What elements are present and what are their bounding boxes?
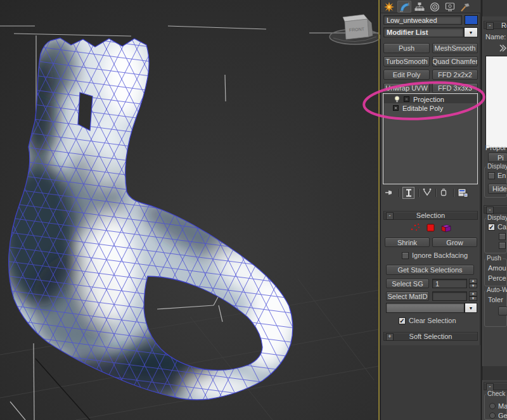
select-matid-button[interactable]: Select MatID bbox=[386, 291, 429, 301]
tab-hierarchy[interactable] bbox=[413, 1, 427, 13]
select-sg-value-field[interactable]: 1 bbox=[432, 279, 467, 288]
grow-button[interactable]: Grow bbox=[432, 238, 477, 247]
modifier-box-icon bbox=[393, 105, 399, 111]
autowrap-group-label: Auto-W bbox=[485, 286, 507, 293]
remove-modifier-icon[interactable] bbox=[439, 188, 449, 198]
reference-geometry-rollout-header[interactable]: - Re bbox=[484, 21, 507, 29]
push-group-label: Push bbox=[485, 255, 503, 262]
command-panel-tabbar bbox=[381, 0, 480, 13]
stack-item-editable-poly[interactable]: Editable Poly bbox=[384, 104, 477, 112]
subobject-level-icons bbox=[410, 222, 461, 232]
radio-option-1-label: Ma bbox=[498, 402, 507, 410]
modifier-list-arrow[interactable]: ▼ bbox=[464, 27, 478, 37]
tab-create[interactable] bbox=[382, 1, 396, 13]
panel-empty-area bbox=[381, 345, 480, 420]
pick-arrow-icon[interactable] bbox=[499, 44, 506, 53]
modifier-button-turbosmooth[interactable]: TurboSmooth bbox=[383, 56, 430, 67]
show-end-result-icon[interactable] bbox=[402, 187, 414, 199]
select-matid-spinner[interactable]: ▲▼ bbox=[469, 291, 477, 301]
modifier-list-dropdown[interactable]: Modifier List bbox=[383, 27, 464, 37]
modifier-button-editpoly[interactable]: Edit Poly bbox=[383, 70, 430, 80]
autowrap-small-button[interactable] bbox=[498, 307, 507, 315]
pin-stack-icon[interactable] bbox=[385, 188, 395, 198]
ignore-backfacing-label: Ignore Backfacing bbox=[412, 251, 468, 259]
cage-checkbox[interactable]: ✓ bbox=[488, 224, 495, 231]
tolerance-label: Toler bbox=[488, 296, 503, 303]
modifier-stack-list[interactable]: Projection Editable Poly bbox=[383, 93, 478, 184]
select-sg-button[interactable]: Select SG bbox=[386, 279, 429, 288]
modifier-button-push[interactable]: Push bbox=[383, 43, 430, 53]
configure-modifier-sets-icon[interactable] bbox=[458, 188, 468, 198]
collapse-minus-icon[interactable]: - bbox=[486, 207, 494, 214]
pick-button[interactable]: Pi bbox=[488, 153, 507, 162]
rollout-gap bbox=[482, 366, 507, 380]
get-stack-selections-button[interactable]: Get Stack Selections bbox=[386, 265, 474, 275]
face-icon[interactable] bbox=[427, 224, 435, 232]
clear-selection-checkbox[interactable]: ✓ bbox=[399, 317, 406, 324]
motion-icon bbox=[430, 2, 440, 12]
vertex-icon[interactable] bbox=[410, 223, 421, 232]
expand-plus-icon[interactable]: + bbox=[386, 333, 394, 341]
enable-checkbox[interactable] bbox=[488, 172, 495, 179]
modifier-button-ffd3x3x3[interactable]: FFD 3x3x3 bbox=[432, 83, 478, 93]
stack-item-projection[interactable]: Projection bbox=[384, 95, 477, 103]
select-matid-value-field[interactable] bbox=[432, 291, 467, 301]
soft-selection-title: Soft Selection bbox=[409, 333, 452, 340]
ignore-backfacing-checkbox[interactable] bbox=[402, 252, 409, 259]
collapse-minus-icon[interactable]: - bbox=[486, 22, 494, 30]
named-selection-dropdown[interactable] bbox=[386, 303, 465, 313]
collapse-minus-icon[interactable]: - bbox=[386, 212, 394, 220]
create-starburst-icon bbox=[384, 2, 394, 12]
rollout-title-fragment: Re bbox=[501, 22, 507, 29]
soft-selection-rollout-header[interactable]: + Soft Selection bbox=[383, 332, 478, 341]
stack-item-label: Projection bbox=[413, 96, 444, 103]
extra-checkbox[interactable] bbox=[499, 242, 506, 249]
hide-button[interactable]: Hide bbox=[488, 184, 507, 194]
command-panel: Low_untweaked Modifier List ▼ Push MeshS… bbox=[380, 0, 480, 420]
shaded-checkbox[interactable] bbox=[499, 233, 506, 240]
selection-rollout-title: Selection bbox=[416, 212, 445, 219]
modifier-button-ffd2x2x2[interactable]: FFD 2x2x2 bbox=[432, 70, 478, 80]
element-icon[interactable] bbox=[440, 223, 452, 232]
cage-display-group-label: Display bbox=[486, 214, 507, 221]
modifier-button-quadchamfer[interactable]: Quad Chamfer bbox=[432, 56, 478, 67]
display-monitor-icon bbox=[445, 2, 455, 12]
modifier-button-meshsmooth[interactable]: MeshSmooth bbox=[432, 43, 478, 53]
radio-option-2-label: Ge bbox=[498, 412, 507, 419]
modifier-button-unwrapuvw[interactable]: Unwrap UVW bbox=[383, 83, 430, 93]
modify-arc-icon bbox=[399, 2, 409, 12]
radio-option-1[interactable] bbox=[489, 403, 496, 409]
cage-label: Ca bbox=[497, 223, 506, 231]
named-selection-arrow[interactable]: ▼ bbox=[465, 303, 477, 313]
object-name-field[interactable]: Low_untweaked bbox=[383, 15, 462, 25]
select-sg-spinner[interactable]: ▲▼ bbox=[469, 279, 477, 288]
tab-display[interactable] bbox=[443, 1, 457, 13]
radio-option-2[interactable] bbox=[489, 412, 496, 419]
tab-motion[interactable] bbox=[428, 1, 442, 13]
active-viewport-border bbox=[378, 0, 380, 420]
stack-toolbar bbox=[383, 187, 478, 198]
tab-utilities[interactable] bbox=[458, 1, 472, 13]
push-groupbox bbox=[484, 258, 507, 286]
proportions-label: Propor bbox=[485, 144, 506, 151]
side-panel-column: - Re Name: Propor Pi Display En Hide - D… bbox=[482, 0, 507, 420]
modifier-box-icon bbox=[404, 96, 409, 102]
display-group-label: Display bbox=[486, 163, 507, 170]
side-panel-top-strip bbox=[482, 0, 507, 16]
clear-selection-label: Clear Selection bbox=[409, 317, 456, 324]
object-color-swatch[interactable] bbox=[465, 15, 478, 25]
lightbulb-icon[interactable] bbox=[394, 96, 401, 103]
tab-modify[interactable] bbox=[397, 1, 411, 13]
utilities-hammer-icon bbox=[460, 2, 470, 12]
shrink-button[interactable]: Shrink bbox=[385, 238, 430, 247]
cage-rollout-header[interactable]: - bbox=[484, 205, 507, 213]
reference-geometry-list[interactable] bbox=[485, 56, 507, 148]
percent-label: Perce bbox=[488, 274, 506, 282]
selection-rollout-header[interactable]: - Selection bbox=[383, 211, 478, 220]
name-label: Name: bbox=[485, 33, 506, 41]
hierarchy-icon bbox=[414, 2, 425, 12]
check-group-label: Check bbox=[486, 390, 506, 397]
amount-label: Amou bbox=[488, 264, 506, 272]
make-unique-icon[interactable] bbox=[422, 188, 432, 198]
selection-check-rollout-header[interactable]: - S bbox=[484, 382, 507, 390]
